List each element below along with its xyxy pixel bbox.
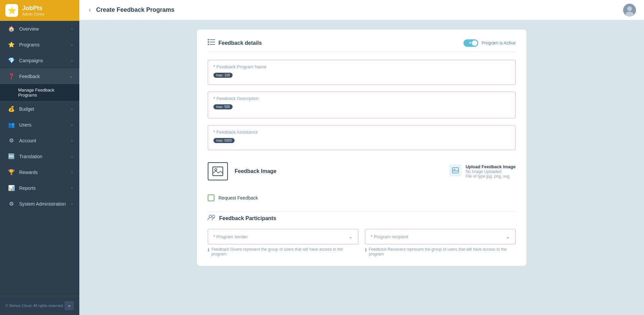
sidebar-item-users-label: Users [19,122,71,128]
diamond-icon: 💎 [8,57,15,64]
feedback-assistance-group: * Feedback Assistance max: 5000 [208,125,516,150]
chevron-right-icon: › [71,27,73,31]
sidebar-item-reports-label: Reports [19,185,71,191]
participants-icon [208,214,216,222]
info-icon: ℹ [365,247,367,252]
info-icon: ℹ [208,247,209,252]
info-row: ℹ Feedback Givers represent the group of… [208,247,516,256]
svg-point-13 [209,215,212,218]
feedback-details-section-header: Feedback details ✕ Program is Active [208,39,516,52]
chevron-right-icon: › [71,202,73,206]
toggle-container: ✕ Program is Active [464,39,516,47]
sidebar-collapse-button[interactable]: « [65,301,74,310]
manage-feedback-programs-label: Manage Feedback Programs [18,88,54,98]
feedback-description-badge: max: 500 [213,104,233,109]
request-feedback-row: Request Feedback [208,191,516,205]
sidebar-item-feedback[interactable]: ❓ Feedback ⌄ [0,68,79,84]
sidebar-item-campaigns[interactable]: 💎 Campaigns › [0,53,79,68]
sidebar-item-overview-label: Overview [19,26,71,32]
feedback-icon: ❓ [8,73,15,79]
svg-point-10 [215,169,217,171]
sidebar-item-system-administration[interactable]: ⚙ System Administration › [0,196,79,212]
user-avatar[interactable] [623,4,636,16]
feedback-assistance-field[interactable]: * Feedback Assistance max: 5000 [208,125,516,150]
chevron-right-icon: › [71,186,73,190]
app-title: JobPts [22,5,45,12]
account-icon: ⚙ [8,137,15,144]
main-content: ‹ Create Feedback Programs [79,0,644,315]
sidebar-item-account[interactable]: ⚙ Account › [0,133,79,148]
feedback-name-field[interactable]: * Feedback Program Name max: 100 [208,60,516,85]
svg-rect-3 [208,39,209,40]
home-icon: 🏠 [8,26,15,32]
sidebar-item-reports[interactable]: 📊 Reports › [0,180,79,196]
page-title: Create Feedback Programs [96,6,619,13]
feedback-assistance-label: Feedback Assistance [216,130,258,135]
topbar: ‹ Create Feedback Programs [79,0,644,20]
feedback-description-label: Feedback Description [216,96,259,101]
sidebar: ⭐ JobPts Admin Center 🏠 Overview › ⭐ Pro… [0,0,79,315]
dropdown-arrow-icon: ⌄ [349,234,353,239]
sidebar-footer: © Semos Cloud. All rights reserved. « [0,296,79,315]
sidebar-item-programs-label: Programs [19,42,71,47]
required-star: * [213,96,215,101]
chevron-right-icon: › [71,154,73,159]
sidebar-item-programs[interactable]: ⭐ Programs › [0,37,79,53]
sidebar-item-manage-feedback-programs[interactable]: Manage Feedback Programs [0,84,79,101]
chevron-down-icon: ⌄ [70,74,73,78]
program-recipient-dropdown[interactable]: * Program recipient ⌄ [365,229,516,244]
chevron-right-icon: › [71,59,73,63]
sidebar-item-budget[interactable]: 💰 Budget › [0,101,79,117]
sidebar-item-translation-label: Translation [19,154,71,159]
app-logo-icon: ⭐ [5,4,18,17]
feedback-participants-title: Feedback Participants [219,215,276,221]
no-image-text: No Image Uploaded [466,169,516,174]
feedback-details-title: Feedback details [218,40,460,46]
form-card: Feedback details ✕ Program is Active * F… [197,30,526,266]
sender-info: ℹ Feedback Givers represent the group of… [208,247,358,256]
file-types-text: File of type jpg, png, svg [466,174,516,179]
feedback-image-section: Feedback Image Upload Feedback Image No … [208,157,516,186]
dropdown-arrow-icon: ⌄ [506,234,510,239]
sidebar-item-rewards[interactable]: 🏆 Rewards › [0,164,79,180]
feedback-name-group: * Feedback Program Name max: 100 [208,60,516,85]
svg-rect-5 [208,41,209,43]
translation-icon: 🔤 [8,153,15,160]
program-active-toggle[interactable]: ✕ [464,39,478,47]
sidebar-item-budget-label: Budget [19,106,71,112]
copyright-text: © Semos Cloud. All rights reserved. [5,304,64,308]
feedback-description-field[interactable]: * Feedback Description max: 500 [208,92,516,118]
star-icon: ⭐ [8,41,15,48]
feedback-name-badge: max: 100 [213,73,233,78]
program-sender-label: Program sender [216,234,248,239]
sidebar-item-feedback-label: Feedback [19,74,70,79]
reports-icon: 📊 [8,185,15,191]
app-subtitle: Admin Center [22,12,45,16]
feedback-image-label: Feedback Image [235,168,277,174]
sidebar-header: ⭐ JobPts Admin Center [0,0,79,21]
sender-info-text: Feedback Givers represent the group of u… [211,247,358,256]
upload-info: Upload Feedback Image No Image Uploaded … [466,164,516,179]
sidebar-item-users[interactable]: 👥 Users › [0,117,79,133]
sidebar-item-overview[interactable]: 🏠 Overview › [0,21,79,37]
sidebar-item-rewards-label: Rewards [19,170,71,175]
sidebar-nav: 🏠 Overview › ⭐ Programs › 💎 Campaigns › … [0,21,79,296]
recipient-info: ℹ Feedback Receivers represent the group… [365,247,516,256]
system-icon: ⚙ [8,201,15,207]
request-feedback-checkbox[interactable] [208,195,214,201]
sidebar-item-translation[interactable]: 🔤 Translation › [0,148,79,164]
upload-icon[interactable] [449,164,461,176]
image-placeholder-icon [208,162,228,180]
program-sender-dropdown[interactable]: * Program sender ⌄ [208,229,358,244]
sidebar-item-campaigns-label: Campaigns [19,58,71,63]
chevron-right-icon: › [71,170,73,174]
sidebar-item-system-administration-label: System Administration [19,201,71,207]
content-area: Feedback details ✕ Program is Active * F… [79,20,644,315]
svg-rect-7 [208,44,209,45]
back-button[interactable]: ‹ [87,5,92,15]
program-recipient-label: Program recipient [374,234,408,239]
dropdowns-row: * Program sender ⌄ * Program recipient ⌄ [208,229,516,244]
svg-rect-9 [213,167,223,176]
feedback-participants-header: Feedback Participants [208,211,516,222]
required-star: * [213,64,215,69]
